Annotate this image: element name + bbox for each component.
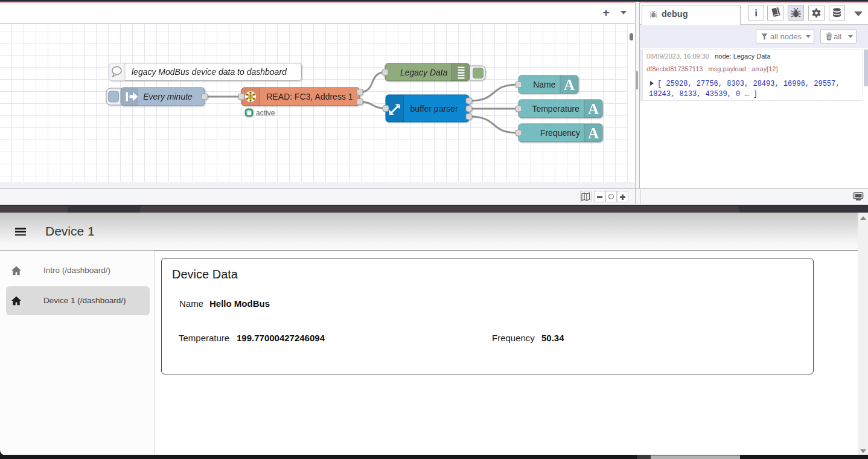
svg-text:A: A (588, 125, 599, 141)
svg-text:buffer parser: buffer parser (410, 104, 458, 114)
svg-text:Every minute: Every minute (143, 92, 193, 101)
svg-text:legacy ModBus device data to d: legacy ModBus device data to dashboard (132, 67, 287, 77)
svg-text:READ: FC3, Address 1: READ: FC3, Address 1 (266, 92, 353, 101)
svg-text:Frequency: Frequency (540, 128, 580, 138)
svg-text:Legacy Data: Legacy Data (400, 68, 448, 77)
svg-text:active: active (256, 109, 275, 117)
svg-text:Name: Name (533, 80, 556, 89)
svg-text:A: A (564, 77, 575, 93)
svg-text:i: i (755, 7, 758, 19)
svg-text:A: A (588, 101, 599, 117)
svg-text:Temperature: Temperature (532, 104, 579, 114)
